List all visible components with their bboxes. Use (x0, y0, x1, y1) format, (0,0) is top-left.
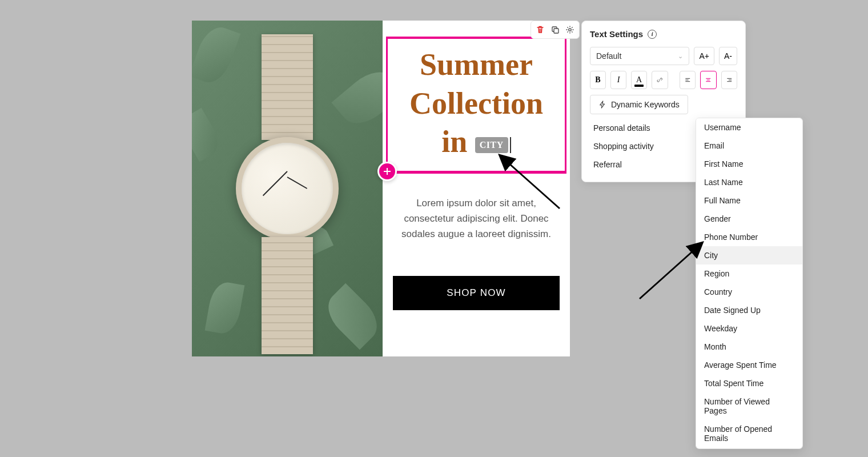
plus-icon (383, 167, 392, 176)
body-paragraph[interactable]: Lorem ipsum dolor sit amet, consectetur … (383, 195, 570, 242)
font-size-decrease-button[interactable]: A- (719, 47, 737, 65)
settings-button[interactable] (564, 24, 576, 35)
keyword-option[interactable]: Full Name (696, 191, 802, 210)
font-family-select[interactable]: Default ⌄ (590, 47, 689, 65)
info-icon[interactable]: i (648, 30, 657, 39)
align-center-button[interactable] (700, 71, 717, 89)
trash-icon (536, 25, 545, 34)
font-size-increase-button[interactable]: A+ (694, 47, 714, 65)
keyword-option[interactable]: Gender (696, 210, 802, 228)
svg-point-4 (569, 29, 571, 31)
text-color-button[interactable]: A (631, 71, 647, 89)
keyword-option[interactable]: Username (696, 118, 802, 137)
align-right-button[interactable] (721, 71, 738, 89)
keyword-option[interactable]: Number of Viewed Pages (696, 392, 802, 420)
lightning-icon (598, 101, 606, 109)
panel-title: Text Settings i (590, 29, 737, 39)
keyword-option[interactable]: City (696, 246, 802, 264)
keyword-option[interactable]: Phone Number (696, 228, 802, 246)
block-action-toolbar (531, 21, 580, 39)
bold-button[interactable]: B (590, 71, 606, 89)
align-right-icon (726, 75, 733, 85)
dynamic-keyword-chip[interactable]: CITY (475, 137, 508, 153)
cta-button[interactable]: SHOP NOW (393, 276, 560, 310)
keyword-option[interactable]: Email (696, 137, 802, 155)
product-image (192, 21, 383, 356)
italic-button[interactable]: I (610, 71, 626, 89)
editor-canvas: Summer Collection in CITY Lorem ipsum do… (192, 21, 570, 356)
keyword-option[interactable]: Country (696, 283, 802, 301)
keyword-option[interactable]: Number of Clicked Emails (696, 447, 802, 449)
add-block-button[interactable] (377, 162, 397, 181)
content-column: Summer Collection in CITY Lorem ipsum do… (383, 21, 570, 356)
copy-icon (550, 25, 560, 34)
align-left-button[interactable] (680, 71, 696, 89)
keyword-option[interactable]: Total Spent Time (696, 374, 802, 392)
align-center-icon (705, 75, 712, 85)
keyword-option[interactable]: Last Name (696, 173, 802, 191)
svg-rect-3 (554, 29, 558, 33)
gear-icon (565, 25, 574, 34)
link-button[interactable] (652, 71, 668, 89)
copy-button[interactable] (549, 24, 561, 35)
keyword-dropdown-menu: UsernameEmailFirst NameLast NameFull Nam… (696, 118, 803, 449)
svg-line-15 (640, 250, 694, 299)
keyword-option[interactable]: First Name (696, 155, 802, 173)
delete-button[interactable] (535, 24, 546, 35)
text-cursor (510, 137, 511, 153)
keyword-option[interactable]: Number of Opened Emails (696, 420, 802, 447)
align-left-icon (685, 75, 691, 85)
keyword-option[interactable]: Average Spent Time (696, 356, 802, 374)
keyword-option[interactable]: Weekday (696, 319, 802, 338)
keyword-option[interactable]: Month (696, 338, 802, 356)
dynamic-keywords-button[interactable]: Dynamic Keywords (590, 95, 688, 114)
headline-selected-block[interactable]: Summer Collection in CITY (386, 37, 566, 174)
keyword-option[interactable]: Region (696, 264, 802, 283)
link-icon (657, 75, 663, 85)
headline-text: Summer Collection in CITY (396, 46, 557, 162)
chevron-down-icon: ⌄ (678, 53, 683, 60)
keyword-option[interactable]: Date Signed Up (696, 301, 802, 319)
